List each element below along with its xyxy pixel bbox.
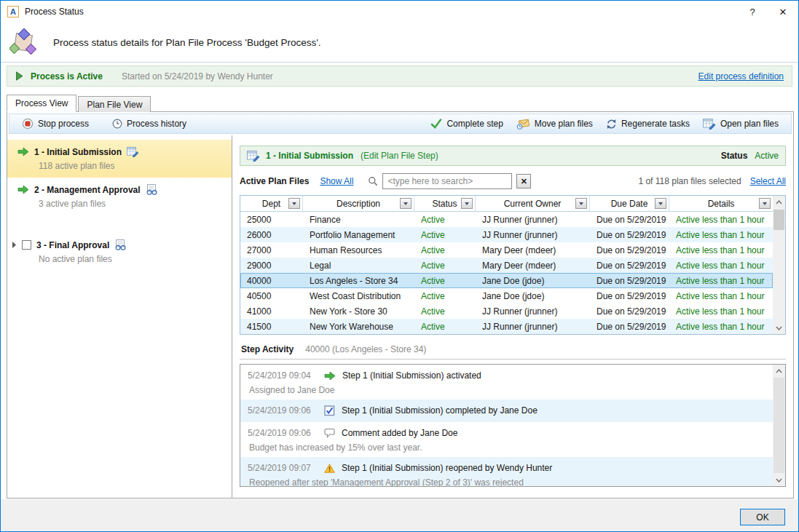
filter-dropdown-icon[interactable] bbox=[400, 198, 412, 209]
active-step-arrow-icon bbox=[17, 185, 29, 194]
move-plan-files-icon bbox=[516, 118, 530, 130]
edit-plan-file-icon[interactable] bbox=[127, 146, 139, 157]
step-item-final-approval[interactable]: 3 - Final Approval No active plan file bbox=[7, 233, 232, 271]
process-steps-panel: 1 - Initial Submission 118 active plan f… bbox=[7, 135, 232, 498]
process-history-button[interactable]: Process history bbox=[106, 115, 193, 132]
clear-search-button[interactable]: ✕ bbox=[516, 174, 531, 188]
close-button[interactable]: ✕ bbox=[768, 1, 798, 23]
title-bar: A Process Status ? ✕ bbox=[1, 1, 798, 23]
plan-files-table: Dept Description Status Current Owner Du… bbox=[240, 195, 786, 335]
ok-button[interactable]: OK bbox=[740, 509, 785, 525]
column-header-status[interactable]: Status bbox=[414, 196, 476, 211]
expander-icon[interactable] bbox=[12, 241, 17, 249]
comment-bubble-icon bbox=[324, 428, 335, 438]
selection-summary: 1 of 118 plan files selected bbox=[638, 176, 741, 186]
tab-plan-file-view[interactable]: Plan File View bbox=[78, 96, 151, 112]
column-header-dept[interactable]: Dept bbox=[240, 196, 303, 211]
activity-entry[interactable]: 5/24/2019 09:06 Comment added by Jane Do… bbox=[240, 422, 773, 457]
process-status-text: Process is Active bbox=[31, 71, 103, 82]
process-view-pane: Stop process Process history Complete st… bbox=[7, 111, 794, 499]
review-glasses-icon bbox=[114, 239, 127, 250]
refresh-icon bbox=[606, 119, 617, 130]
edit-grid-icon bbox=[247, 150, 260, 162]
step-activity-header: Step Activity 40000 (Los Angeles - Store… bbox=[240, 344, 786, 360]
step-detail-panel: 1 - Initial Submission (Edit Plan File S… bbox=[232, 135, 793, 498]
step-item-initial-submission[interactable]: 1 - Initial Submission 118 active plan f… bbox=[7, 140, 232, 178]
activated-arrow-icon bbox=[324, 371, 336, 381]
scrollbar-thumb[interactable] bbox=[774, 378, 784, 473]
status-value: Active bbox=[755, 151, 779, 161]
table-row[interactable]: 27000 Human Resources Active Mary Deer (… bbox=[240, 242, 773, 258]
column-header-description[interactable]: Description bbox=[303, 196, 414, 211]
step-activity-log: 5/24/2019 09:04 Step 1 (Initial Submissi… bbox=[240, 364, 786, 487]
selected-step-title: 1 - Initial Submission bbox=[266, 151, 353, 161]
filter-dropdown-icon[interactable] bbox=[575, 198, 587, 209]
table-row[interactable]: 41500 New York Warehouse Active JJ Runne… bbox=[240, 319, 773, 334]
table-row[interactable]: 40500 West Coast Distribution Active Jan… bbox=[240, 288, 773, 303]
clock-icon bbox=[112, 119, 122, 129]
view-tabs: Process View Plan File View bbox=[7, 95, 152, 112]
filter-dropdown-icon[interactable] bbox=[759, 198, 771, 209]
app-icon: A bbox=[7, 6, 19, 17]
process-workflow-icon bbox=[9, 28, 37, 56]
status-label: Status bbox=[721, 151, 748, 161]
step-checkbox[interactable] bbox=[22, 240, 31, 250]
warning-triangle-icon bbox=[324, 464, 335, 473]
selected-step-header: 1 - Initial Submission (Edit Plan File S… bbox=[240, 146, 786, 166]
filter-dropdown-icon[interactable] bbox=[461, 198, 473, 209]
edit-grid-icon bbox=[703, 118, 716, 130]
search-icon bbox=[368, 176, 378, 186]
table-row[interactable]: 26000 Portfolio Management Active JJ Run… bbox=[240, 227, 773, 242]
complete-step-button[interactable]: Complete step bbox=[424, 115, 509, 132]
filter-dropdown-icon[interactable] bbox=[655, 198, 666, 209]
column-header-due-date[interactable]: Due Date bbox=[590, 196, 669, 211]
completed-check-icon bbox=[324, 405, 335, 416]
window-title: Process Status bbox=[25, 7, 84, 17]
edit-plan-file-step-link[interactable]: (Edit Plan File Step) bbox=[361, 151, 438, 161]
regenerate-tasks-button[interactable]: Regenerate tasks bbox=[599, 115, 696, 132]
table-header-row: Dept Description Status Current Owner Du… bbox=[240, 196, 773, 212]
process-status-bar: Process is Active Started on 5/24/2019 b… bbox=[7, 65, 792, 87]
stop-icon bbox=[22, 118, 34, 130]
scroll-down-icon[interactable] bbox=[773, 474, 785, 486]
search-input[interactable] bbox=[382, 173, 512, 189]
edit-process-definition-link[interactable]: Edit process definition bbox=[698, 71, 784, 82]
process-started-text: Started on 5/24/2019 by Wendy Hunter bbox=[122, 71, 273, 82]
activity-entry[interactable]: 5/24/2019 09:04 Step 1 (Initial Submissi… bbox=[240, 365, 773, 400]
plan-files-controls: Active Plan Files Show All ✕ 1 of 118 pl… bbox=[240, 172, 786, 190]
dialog-header: Process status details for Plan File Pro… bbox=[1, 23, 798, 63]
play-icon bbox=[15, 71, 23, 81]
activity-entry[interactable]: 5/24/2019 09:06 Step 1 (Initial Submissi… bbox=[240, 400, 773, 422]
select-all-link[interactable]: Select All bbox=[750, 176, 786, 186]
column-header-details[interactable]: Details bbox=[669, 196, 773, 211]
step-activity-label: Step Activity bbox=[241, 344, 294, 354]
table-row[interactable]: 41000 New York - Store 30 Active JJ Runn… bbox=[240, 303, 773, 319]
stop-process-button[interactable]: Stop process bbox=[15, 115, 95, 132]
toolbar: Stop process Process history Complete st… bbox=[9, 114, 792, 134]
column-header-current-owner[interactable]: Current Owner bbox=[476, 196, 590, 211]
scroll-up-icon[interactable] bbox=[773, 196, 785, 208]
table-row-selected[interactable]: 40000 Los Angeles - Store 34 Active Jane… bbox=[240, 273, 773, 288]
table-row[interactable]: 29000 Legal Active Mary Deer (mdeer) Due… bbox=[240, 258, 773, 273]
scroll-up-icon[interactable] bbox=[773, 365, 785, 377]
active-step-arrow-icon bbox=[17, 147, 29, 156]
table-row[interactable]: 25000 Finance Active JJ Runner (jrunner)… bbox=[240, 212, 773, 227]
tab-process-view[interactable]: Process View bbox=[7, 95, 76, 112]
review-glasses-icon bbox=[146, 184, 158, 195]
active-plan-files-label: Active Plan Files bbox=[240, 176, 309, 186]
dialog-message: Process status details for Plan File Pro… bbox=[53, 37, 321, 48]
table-scrollbar[interactable] bbox=[773, 196, 785, 334]
check-icon bbox=[430, 119, 442, 129]
show-all-link[interactable]: Show All bbox=[320, 176, 353, 186]
scrollbar-thumb[interactable] bbox=[774, 210, 784, 230]
activity-entry[interactable]: 5/24/2019 09:07 Step 1 (Initial Submissi… bbox=[240, 457, 773, 486]
move-plan-files-button[interactable]: Move plan files bbox=[510, 115, 599, 132]
activity-scrollbar[interactable] bbox=[773, 365, 785, 486]
filter-dropdown-icon[interactable] bbox=[288, 198, 300, 209]
dialog-footer: OK bbox=[1, 499, 798, 531]
open-plan-files-button[interactable]: Open plan files bbox=[696, 115, 785, 132]
help-button[interactable]: ? bbox=[737, 1, 768, 23]
step-item-management-approval[interactable]: 2 - Management Approval 3 active plan bbox=[7, 178, 232, 215]
step-activity-context: 40000 (Los Angeles - Store 34) bbox=[305, 344, 426, 354]
scroll-down-icon[interactable] bbox=[773, 322, 785, 334]
